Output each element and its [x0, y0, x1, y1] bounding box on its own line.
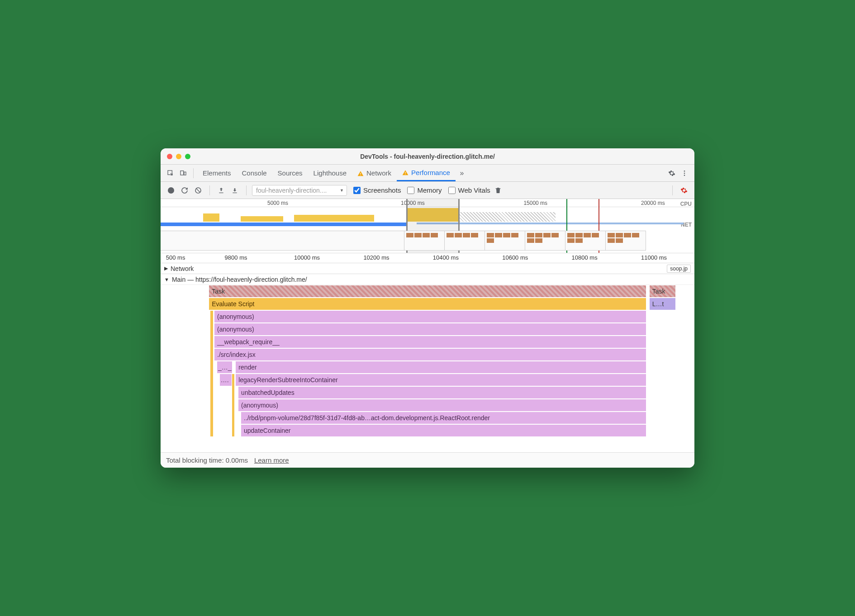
separator [209, 185, 210, 195]
footer-bar: Total blocking time: 0.00ms Learn more [161, 452, 694, 468]
screenshots-checkbox[interactable]: Screenshots [353, 186, 401, 194]
window-title: DevTools - foul-heavenly-direction.glitc… [360, 153, 495, 160]
flame-chart[interactable]: Task Task Evaluate Script L…t (anonymous… [161, 285, 694, 452]
cpu-label: CPU [680, 201, 692, 207]
record-button[interactable] [165, 185, 177, 196]
screenshot-thumb[interactable] [605, 231, 646, 251]
kebab-menu-icon[interactable] [678, 167, 691, 180]
screenshot-thumb[interactable] [565, 231, 606, 251]
tab-network[interactable]: Network [352, 165, 397, 181]
flame-frame[interactable]: …. [219, 374, 233, 386]
tab-sources[interactable]: Sources [272, 165, 308, 181]
titlebar: DevTools - foul-heavenly-direction.glitc… [161, 148, 694, 165]
flame-script-sliver[interactable] [210, 310, 214, 437]
flame-frame[interactable]: (anonymous) [214, 310, 646, 323]
tab-performance[interactable]: Performance [397, 165, 456, 181]
minimize-window-button[interactable] [176, 154, 181, 159]
collapse-triangle-icon: ▶ [164, 265, 168, 271]
flame-task[interactable]: Task [649, 285, 676, 298]
screenshot-thumb[interactable] [525, 231, 565, 251]
separator [193, 168, 194, 178]
expand-triangle-icon: ▼ [164, 277, 169, 282]
svg-rect-1 [180, 171, 184, 175]
svg-point-4 [684, 172, 685, 174]
flame-script-sliver[interactable] [232, 374, 235, 437]
screenshot-thumb[interactable] [444, 231, 485, 251]
flame-frame[interactable]: ../rbd/pnpm-volume/28d7f85f-31d7-4fd8-ab… [241, 412, 646, 424]
zoom-window-button[interactable] [185, 154, 190, 159]
flame-frame[interactable]: updateContainer [241, 424, 646, 437]
screenshot-thumb[interactable] [484, 231, 525, 251]
detail-ruler: 500 ms 9800 ms 10000 ms 10200 ms 10400 m… [161, 253, 694, 263]
svg-rect-2 [184, 172, 186, 175]
settings-gear-icon[interactable] [665, 167, 678, 180]
flame-task[interactable]: Task [209, 285, 646, 298]
net-bar [161, 223, 406, 226]
inspect-element-icon[interactable] [164, 167, 177, 180]
screenshot-thumb[interactable] [161, 231, 404, 251]
main-section-header[interactable]: ▼ Main — https://foul-heavenly-direction… [161, 274, 694, 285]
flame-frame[interactable]: (anonymous) [238, 399, 646, 412]
perf-toolbar: foul-heavenly-direction.... Screenshots … [161, 182, 694, 199]
separator [246, 185, 247, 195]
webvitals-checkbox[interactable]: Web Vitals [448, 186, 490, 194]
learn-more-link[interactable]: Learn more [254, 456, 289, 464]
flame-frame[interactable]: render [235, 361, 646, 374]
device-toolbar-icon[interactable] [177, 167, 190, 180]
flame-evaluate-script[interactable]: Evaluate Script [209, 298, 646, 310]
network-section-header[interactable]: ▶ Network soop.jp [161, 263, 694, 274]
svg-point-3 [684, 171, 685, 172]
traffic-lights [167, 154, 190, 159]
more-tabs-icon[interactable]: » [456, 167, 468, 180]
tab-console[interactable]: Console [237, 165, 272, 181]
total-blocking-time: Total blocking time: 0.00ms [166, 456, 248, 464]
warning-icon [357, 170, 364, 176]
trash-icon[interactable] [492, 185, 504, 196]
recording-selector[interactable]: foul-heavenly-direction.... [252, 185, 347, 196]
panel-tabs: Elements Console Sources Lighthouse Netw… [161, 165, 694, 182]
flame-frame[interactable]: legacyRenderSubtreeIntoContainer [235, 374, 646, 386]
flame-frame[interactable]: (anonymous) [214, 323, 646, 336]
flame-frame[interactable]: __webpack_require__ [214, 336, 646, 348]
close-window-button[interactable] [167, 154, 172, 159]
capture-settings-gear-icon[interactable] [678, 185, 690, 196]
flame-frame[interactable]: unbatchedUpdates [238, 386, 646, 399]
flame-frame[interactable]: ./src/index.jsx [214, 348, 646, 361]
network-request-chip[interactable]: soop.jp [667, 265, 691, 273]
memory-checkbox[interactable]: Memory [407, 186, 442, 194]
overview-timeline[interactable]: 5000 ms 10000 ms 15000 ms 20000 ms CPU N… [161, 199, 694, 253]
upload-icon[interactable] [215, 185, 227, 196]
screenshot-thumb[interactable] [404, 231, 445, 251]
flame-frame[interactable]: _…_ [217, 361, 233, 374]
separator [672, 185, 673, 195]
tab-lighthouse[interactable]: Lighthouse [308, 165, 352, 181]
download-icon[interactable] [229, 185, 241, 196]
reload-record-button[interactable] [179, 185, 190, 196]
svg-point-5 [684, 175, 685, 176]
flame-layout[interactable]: L…t [649, 298, 676, 310]
tab-elements[interactable]: Elements [197, 165, 237, 181]
warning-icon [402, 169, 408, 175]
filmstrip [161, 231, 694, 251]
clear-button[interactable] [192, 185, 204, 196]
devtools-window: DevTools - foul-heavenly-direction.glitc… [161, 148, 694, 468]
